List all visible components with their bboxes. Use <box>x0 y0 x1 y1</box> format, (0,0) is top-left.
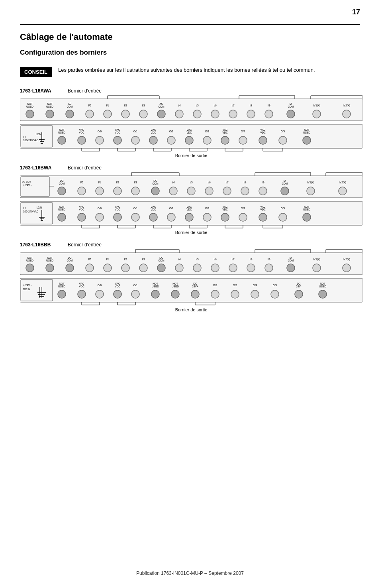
svg-text:O/5: O/5 <box>281 130 285 133</box>
svg-text:O/3: O/3 <box>233 284 237 287</box>
svg-point-292 <box>114 290 121 298</box>
svg-rect-160 <box>20 201 362 225</box>
svg-point-242 <box>66 264 74 272</box>
svg-text:VDC: VDC <box>260 131 266 134</box>
svg-point-255 <box>175 264 183 272</box>
svg-text:I/0: I/0 <box>88 258 91 261</box>
svg-text:I/9: I/9 <box>261 181 264 184</box>
svg-point-93 <box>303 136 311 144</box>
svg-point-265 <box>265 264 273 272</box>
svg-point-317 <box>319 290 327 298</box>
svg-point-174 <box>78 213 86 221</box>
svg-point-176 <box>96 213 104 221</box>
svg-point-15 <box>46 110 54 118</box>
svg-text:O/0: O/0 <box>98 130 102 133</box>
svg-text:L1: L1 <box>23 207 26 210</box>
svg-text:COM: COM <box>59 182 65 185</box>
svg-text:I/2: I/2 <box>116 181 119 184</box>
svg-point-44 <box>287 110 295 118</box>
svg-point-80 <box>203 136 211 144</box>
svg-point-135 <box>114 187 121 195</box>
svg-text:I/4: I/4 <box>178 258 181 261</box>
svg-text:NOT: NOT <box>304 205 309 208</box>
svg-point-85 <box>239 136 247 144</box>
svg-point-248 <box>121 264 129 272</box>
svg-text:L2/N: L2/N <box>36 133 41 136</box>
svg-text:DC: DC <box>60 179 64 182</box>
svg-point-287 <box>78 290 86 298</box>
svg-text:COM: COM <box>158 259 164 262</box>
svg-point-196 <box>239 213 247 221</box>
svg-point-159 <box>339 187 347 195</box>
svg-rect-273 <box>20 278 362 302</box>
svg-text:VDC: VDC <box>115 285 120 288</box>
svg-text:IA: IA <box>290 256 292 259</box>
svg-text:Bornier de sortie: Bornier de sortie <box>175 230 208 235</box>
svg-text:L1: L1 <box>23 136 26 139</box>
diagram-1-entry-svg: NOT USED NOT USED AC COM I/0 I/1 I/2 I/3… <box>20 95 362 123</box>
svg-text:AC: AC <box>68 102 71 105</box>
svg-point-309 <box>251 290 259 298</box>
svg-text:I/4: I/4 <box>178 104 181 107</box>
svg-text:+ 24V -: + 24V - <box>23 284 31 287</box>
svg-text:O/2: O/2 <box>169 130 174 133</box>
svg-text:I/8: I/8 <box>249 258 253 261</box>
svg-text:USED: USED <box>58 131 65 134</box>
svg-point-181 <box>131 213 139 221</box>
svg-text:AC: AC <box>159 102 163 105</box>
svg-text:VAC: VAC <box>115 205 120 208</box>
svg-point-305 <box>211 290 219 298</box>
svg-text:100-240 VAC: 100-240 VAC <box>23 139 39 142</box>
svg-point-244 <box>86 264 94 272</box>
conseil-box: CONSEIL Les parties ombrées sur les illu… <box>20 66 360 77</box>
svg-text:I/9: I/9 <box>267 104 270 107</box>
svg-point-29 <box>157 110 165 118</box>
svg-text:DC: DC <box>153 179 157 182</box>
svg-point-39 <box>247 110 255 118</box>
svg-text:O/1: O/1 <box>133 130 138 133</box>
svg-point-131 <box>78 187 86 195</box>
svg-point-78 <box>185 136 193 144</box>
svg-text:VAC: VAC <box>79 205 84 208</box>
svg-text:I/5: I/5 <box>190 181 193 184</box>
svg-text:VAC: VAC <box>79 128 84 131</box>
svg-text:I/2: I/2 <box>124 104 127 107</box>
svg-text:USED: USED <box>152 285 159 288</box>
svg-text:I/0: I/0 <box>88 104 91 107</box>
svg-point-263 <box>247 264 255 272</box>
svg-text:IV2(+): IV2(+) <box>343 104 350 107</box>
svg-point-199 <box>259 213 267 221</box>
svg-text:VDC: VDC <box>186 208 192 211</box>
svg-text:IV1(+): IV1(+) <box>307 181 314 184</box>
svg-point-253 <box>157 264 165 272</box>
svg-text:VAC: VAC <box>187 205 192 208</box>
svg-text:VDC: VDC <box>222 208 228 211</box>
svg-point-191 <box>203 213 211 221</box>
svg-text:I/4: I/4 <box>172 181 175 184</box>
svg-text:VAC: VAC <box>187 128 192 131</box>
svg-text:I/1: I/1 <box>106 258 109 261</box>
svg-point-194 <box>221 213 229 221</box>
diagram-3-exit-svg: + 24V - DC IN NOT USED VAC VDC O/0 VAC V… <box>20 278 362 316</box>
svg-text:100-240 VAC: 100-240 VAC <box>23 210 39 213</box>
diagram-1763-L16AWA: 1763-L16AWA Bornier d'entrée NOT USED NO <box>20 88 360 162</box>
svg-text:VDC: VDC <box>222 131 228 134</box>
svg-text:USED: USED <box>58 285 65 288</box>
svg-text:I/3: I/3 <box>142 104 145 107</box>
svg-text:IA: IA <box>290 102 292 105</box>
svg-text:O/2: O/2 <box>213 284 217 287</box>
svg-text:I/3: I/3 <box>134 181 137 184</box>
svg-text:VDC: VDC <box>151 131 156 134</box>
svg-point-297 <box>151 290 159 298</box>
svg-point-150 <box>241 187 249 195</box>
svg-point-35 <box>211 110 219 118</box>
svg-point-90 <box>279 136 287 144</box>
svg-point-289 <box>96 290 104 298</box>
svg-text:I/7: I/7 <box>231 258 235 261</box>
svg-text:O/4: O/4 <box>241 130 245 133</box>
svg-point-272 <box>343 264 351 272</box>
svg-text:IV2(+): IV2(+) <box>343 258 350 261</box>
page-subtitle: Configuration des borniers <box>20 49 360 57</box>
svg-point-204 <box>303 213 311 221</box>
svg-text:COM: COM <box>67 259 72 262</box>
